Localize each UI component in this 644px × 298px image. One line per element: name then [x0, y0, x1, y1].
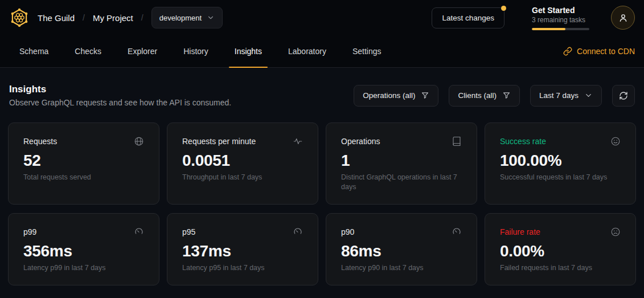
refresh-icon — [619, 91, 628, 100]
card-title: Failure rate — [500, 227, 540, 236]
breadcrumb-org[interactable]: The Guild — [38, 13, 75, 23]
stat-card-p95: p95 137ms Latency p95 in last 7 days — [167, 213, 318, 285]
card-value: 137ms — [182, 242, 303, 260]
card-description: Latency p95 in last 7 days — [182, 263, 303, 273]
top-bar-right: Latest changes Get Started 3 remaining t… — [432, 6, 635, 30]
operations-filter-button[interactable]: Operations (all) — [354, 85, 438, 107]
insights-page: Insights Observe GraphQL requests and se… — [0, 68, 644, 285]
get-started-progressbar — [532, 28, 589, 30]
activity-icon — [293, 136, 303, 146]
tab-label: Insights — [235, 47, 262, 56]
active-tab-indicator — [229, 67, 268, 68]
card-title: p90 — [341, 227, 354, 236]
person-icon — [618, 13, 629, 23]
get-started-widget[interactable]: Get Started 3 remaining tasks — [532, 6, 589, 30]
cdn-link-label: Connect to CDN — [577, 47, 635, 56]
card-description: Failed requests in last 7 days — [500, 263, 621, 273]
tab-explorer[interactable]: Explorer — [122, 35, 163, 67]
tab-label: Settings — [352, 47, 382, 56]
target-selector-value: development — [159, 14, 202, 22]
tab-list: Schema Checks Explorer History Insights … — [14, 35, 387, 67]
gauge-icon — [134, 227, 144, 237]
gauge-icon — [452, 227, 462, 237]
period-label: Last 7 days — [539, 91, 579, 100]
stat-card-failure-rate: Failure rate 0.00% Failed requests in la… — [485, 213, 636, 285]
operations-filter-label: Operations (all) — [363, 91, 415, 100]
page-subtitle: Observe GraphQL requests and see how the… — [9, 98, 231, 107]
card-title: Requests — [23, 137, 57, 146]
tab-laboratory[interactable]: Laboratory — [282, 35, 332, 67]
top-bar: The Guild / My Project / development Lat… — [0, 0, 644, 35]
page-title: Insights — [9, 84, 231, 95]
clients-filter-button[interactable]: Clients (all) — [449, 85, 520, 107]
latest-changes-label: Latest changes — [442, 14, 494, 22]
breadcrumb-separator: / — [141, 13, 143, 22]
card-title: p95 — [182, 227, 195, 236]
card-description: Latency p99 in last 7 days — [23, 263, 144, 273]
breadcrumb-separator: / — [83, 13, 85, 22]
card-value: 0.00% — [500, 242, 621, 260]
target-selector-dropdown[interactable]: development — [151, 7, 223, 28]
card-title: Operations — [341, 137, 380, 146]
hive-logo-icon[interactable] — [9, 7, 30, 28]
funnel-icon — [421, 91, 429, 100]
funnel-icon — [502, 91, 511, 100]
chevron-down-icon — [584, 91, 593, 100]
tab-schema[interactable]: Schema — [14, 35, 54, 67]
smile-icon — [610, 136, 621, 146]
notification-dot — [501, 6, 506, 11]
chevron-down-icon — [207, 14, 215, 22]
user-avatar[interactable] — [611, 6, 635, 30]
page-header: Insights Observe GraphQL requests and se… — [9, 84, 231, 107]
breadcrumb-project[interactable]: My Project — [93, 13, 133, 23]
card-value: 86ms — [341, 242, 462, 260]
stat-card-operations: Operations 1 Distinct GraphQL operations… — [326, 123, 477, 205]
card-value: 100.00% — [500, 152, 621, 170]
stat-card-requests-per-minute: Requests per minute 0.0051 Throughput in… — [167, 123, 318, 205]
tab-insights[interactable]: Insights — [229, 35, 268, 67]
card-value: 52 — [23, 152, 144, 170]
stats-grid: Requests 52 Total requests served Reques… — [8, 123, 636, 285]
tab-label: Laboratory — [288, 47, 326, 56]
card-description: Successful requests in last 7 days — [500, 173, 621, 182]
card-title: Success rate — [500, 137, 546, 146]
tab-history[interactable]: History — [178, 35, 214, 67]
nav-bar: Schema Checks Explorer History Insights … — [0, 35, 644, 68]
latest-changes-button[interactable]: Latest changes — [432, 7, 504, 28]
globe-icon — [134, 136, 144, 146]
get-started-subtitle: 3 remaining tasks — [532, 16, 589, 24]
stat-card-success-rate: Success rate 100.00% Successful requests… — [485, 123, 636, 205]
tab-label: Checks — [75, 47, 101, 56]
tab-label: Explorer — [128, 47, 157, 56]
card-description: Throughput in last 7 days — [182, 173, 303, 182]
stat-card-requests: Requests 52 Total requests served — [8, 123, 159, 205]
card-description: Latency p90 in last 7 days — [341, 263, 462, 273]
card-value: 0.0051 — [182, 152, 303, 170]
get-started-title: Get Started — [532, 6, 589, 15]
filter-toolbar: Operations (all) Clients (all) Last 7 da… — [354, 85, 635, 107]
link-icon — [563, 47, 572, 56]
get-started-progress-fill — [532, 28, 565, 30]
breadcrumb: The Guild / My Project / — [38, 13, 143, 23]
tab-checks[interactable]: Checks — [69, 35, 107, 67]
card-value: 356ms — [23, 242, 144, 260]
stat-card-p90: p90 86ms Latency p90 in last 7 days — [326, 213, 477, 285]
stat-card-p99: p99 356ms Latency p99 in last 7 days — [8, 213, 159, 285]
tab-settings[interactable]: Settings — [347, 35, 387, 67]
refresh-button[interactable] — [612, 85, 635, 107]
connect-to-cdn-link[interactable]: Connect to CDN — [563, 35, 635, 67]
card-title: Requests per minute — [182, 137, 256, 146]
book-icon — [452, 136, 462, 146]
card-title: p99 — [23, 227, 36, 236]
gauge-icon — [293, 227, 303, 237]
frown-icon — [610, 227, 621, 237]
tab-label: Schema — [19, 47, 48, 56]
period-dropdown[interactable]: Last 7 days — [530, 85, 602, 107]
tab-label: History — [183, 47, 208, 56]
card-description: Distinct GraphQL operations in last 7 da… — [341, 173, 462, 192]
card-description: Total requests served — [23, 173, 144, 182]
card-value: 1 — [341, 152, 462, 170]
clients-filter-label: Clients (all) — [458, 91, 497, 100]
